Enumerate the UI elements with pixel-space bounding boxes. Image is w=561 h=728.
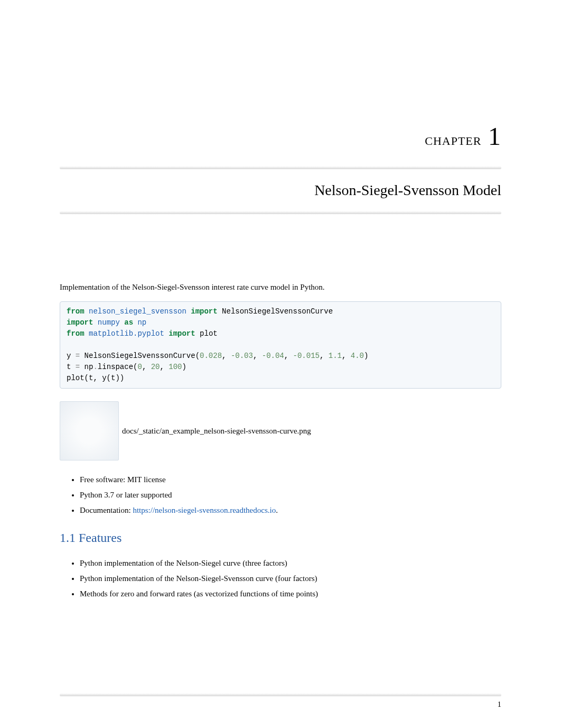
code-var-t: t	[67, 363, 76, 371]
intro-paragraph: Implementation of the Nelson-Siegel-Sven…	[60, 283, 501, 292]
features-list: Python implementation of the Nelson-Sieg…	[80, 558, 501, 600]
module-pyplot: matplotlib.pyplot	[89, 329, 164, 338]
code-num: 0.03	[235, 352, 253, 360]
code-linspace: linspace(	[98, 363, 138, 371]
period: .	[276, 506, 278, 514]
code-num: -	[262, 352, 266, 360]
code-call: NelsonSiegelSvenssonCurve(	[80, 352, 200, 360]
symbol-curve: NelsonSiegelSvenssonCurve	[222, 307, 333, 316]
keyword-import: import	[169, 329, 195, 338]
chapter-label: CHAPTER 1	[60, 122, 501, 151]
divider-bottom	[60, 211, 501, 214]
chapter-number: 1	[488, 122, 501, 150]
keyword-from: from	[67, 307, 85, 316]
code-num: -	[293, 352, 297, 360]
image-path-text: docs/_static/an_example_nelson-siegel-sv…	[122, 427, 311, 436]
divider-top	[60, 167, 501, 169]
list-item: Python implementation of the Nelson-Sieg…	[80, 573, 501, 584]
keyword-import: import	[191, 307, 217, 316]
list-item: Methods for zero and forward rates (as v…	[80, 588, 501, 600]
code-num: 1.1	[329, 352, 342, 360]
chapter-word: CHAPTER	[425, 134, 481, 148]
section-heading-features: 1.1 Features	[60, 531, 501, 545]
list-item: Python 3.7 or later supported	[80, 490, 501, 501]
code-dot: .	[93, 363, 97, 371]
image-placeholder-icon	[60, 401, 119, 460]
code-var-y: y	[67, 352, 76, 360]
page-title: Nelson-Siegel-Svensson Model	[60, 182, 501, 199]
code-eq: =	[76, 352, 80, 360]
list-item-prefix: Documentation:	[80, 506, 133, 514]
code-eq: =	[76, 363, 80, 371]
keyword-as: as	[124, 318, 133, 327]
keyword-from: from	[67, 329, 85, 338]
code-num: 0	[137, 363, 142, 371]
code-np: np	[80, 363, 93, 371]
list-item: Python implementation of the Nelson-Sieg…	[80, 558, 501, 569]
code-num: 4.0	[351, 352, 364, 360]
code-num: 0.015	[297, 352, 320, 360]
code-plot-call: plot(t, y(t))	[67, 374, 124, 382]
info-list: Free software: MIT license Python 3.7 or…	[80, 474, 501, 516]
module-numpy: numpy	[98, 318, 120, 327]
docs-link[interactable]: https://nelson-siegel-svensson.readthedo…	[133, 506, 276, 514]
alias-np: np	[137, 318, 146, 327]
code-num: 100	[169, 363, 182, 371]
keyword-import: import	[67, 318, 93, 327]
image-row: docs/_static/an_example_nelson-siegel-sv…	[60, 401, 501, 460]
page-number: 1	[498, 700, 502, 709]
code-num: 20	[151, 363, 160, 371]
code-num: 0.028	[200, 352, 222, 360]
list-item: Documentation: https://nelson-siegel-sve…	[80, 505, 501, 516]
code-block: from nelson_siegel_svensson import Nelso…	[60, 301, 501, 389]
footer-divider	[60, 694, 501, 696]
list-item: Free software: MIT license	[80, 474, 501, 485]
module-nss: nelson_siegel_svensson	[89, 307, 186, 316]
code-num: 0.04	[266, 352, 284, 360]
symbol-plot: plot	[200, 329, 218, 338]
